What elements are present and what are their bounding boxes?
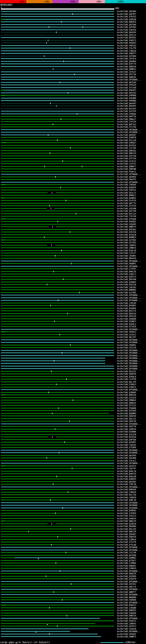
hit-label[interactable]: UniRef100_Q9G774 [117,586,136,588]
alignment-row[interactable]: UniRef100_C4R020 [0,496,146,499]
hit-bar-segment[interactable] [1,329,114,330]
hit-label[interactable]: UniRef100_Q1QK58 [117,136,136,139]
alignment-row[interactable]: UniRef100_UPI0000... [0,423,146,425]
alignment-row[interactable]: UniRef100_B2B0T8 [0,186,146,189]
alignment-row[interactable]: UniRef100_UPI0000... [0,365,146,368]
hit-bar-segment[interactable] [1,384,114,385]
alignment-row[interactable]: UniRef100_C6T9C4 [0,57,146,60]
hit-bar-segment[interactable] [1,90,5,90]
hit-label[interactable]: UniRef100_B9SVD1 [117,36,136,39]
alignment-row[interactable]: UniRef100_B5H4X5 [0,105,146,107]
hit-label[interactable]: UniRef100_B2ZH18 [117,436,136,438]
alignment-row[interactable]: UniRef100_B4FF26 [0,115,146,118]
hit-label[interactable]: UniRef100_Q9C901 [117,228,136,231]
alignment-row[interactable]: UniRef100_UPI0000... [0,294,146,296]
hit-bar-segment[interactable] [1,368,114,369]
alignment-row[interactable]: UniRef100_B6H444 [0,257,146,260]
hit-bar-segment[interactable] [1,11,114,12]
hit-bar-segment[interactable] [1,190,114,190]
alignment-row[interactable]: UniRef100_UPI0000... [0,181,146,184]
hit-bar-segment[interactable] [1,592,114,592]
hit-bar-segment[interactable] [5,219,114,219]
alignment-row[interactable]: UniRef100_A9TZB3 [0,26,146,28]
alignment-row[interactable]: UniRef100_P27659 [0,325,146,328]
alignment-row[interactable]: UniRef100_C0NDC6 [0,246,146,249]
alignment-row[interactable]: UniRef100_B6BNE3 [0,236,146,239]
hit-label[interactable]: UniRef100_A9SDV3 [117,42,136,44]
hit-bar-segment[interactable] [1,206,114,206]
hit-label[interactable]: UniRef100_C6T9C4 [117,58,136,60]
hit-label[interactable]: UniRef100_UPI0000... [117,368,141,370]
alignment-row[interactable]: UniRef100_P39872 [0,386,146,388]
alignment-row[interactable]: UniRef100_B3RM16 [0,509,146,512]
alignment-row[interactable]: UniRef100_C1FJV6 [0,147,146,150]
hit-label[interactable]: UniRef100_B5DGJ6 [117,312,136,315]
hit-label[interactable]: UniRef100_Q56QL0 [117,376,136,378]
alignment-row[interactable]: UniRef100_Q91XJ6 [0,315,146,318]
hit-bar-segment[interactable] [1,558,14,558]
hit-bar-segment[interactable] [1,32,114,33]
hit-label[interactable]: UniRef100_B9N769 [117,66,136,68]
hit-label[interactable]: UniRef100_A9ZT76 [117,425,136,428]
hit-label[interactable]: UniRef100_Q9WLE7 [117,118,136,120]
alignment-row[interactable]: UniRef100_Q55DR9 [0,575,146,578]
hit-label[interactable]: UniRef100_C0SKS3 [117,331,136,333]
alignment-row[interactable]: UniRef100_Q75744 [0,157,146,160]
hit-label[interactable]: UniRef100_UPI0000... [117,617,141,620]
alignment-row[interactable]: UniRef100_Q35Z10 [0,231,146,234]
alignment-row[interactable]: UniRef100_P14126 [0,199,146,202]
hit-label[interactable]: UniRef100_B4KDH1 [117,565,136,567]
hit-bar-segment[interactable] [1,198,5,198]
hit-label[interactable]: UniRef100_Q4G3W6 [117,457,136,459]
hit-label[interactable]: UniRef100_UPI0000... [117,388,141,391]
hit-bar-segment[interactable] [1,326,114,327]
alignment-row[interactable]: UniRef100_A9SDV3 [0,42,146,44]
alignment-row[interactable]: UniRef100_Q9SBK8 [0,60,146,63]
hit-bar-segment[interactable] [1,626,114,626]
hit-label[interactable]: UniRef100_Q75748 [117,155,136,157]
hit-bar-segment[interactable] [1,450,114,450]
hit-label[interactable]: UniRef100_Q6YM59 [117,176,136,178]
alignment-row[interactable]: UniRef100_B3NZH5 [0,478,146,480]
alignment-row[interactable]: UniRef100_Q6FTJ2 [0,202,146,205]
hit-label[interactable]: UniRef100_UPI0000... [117,549,141,551]
hit-label[interactable]: UniRef100_C1FJV6 [117,147,136,149]
alignment-row[interactable]: UniRef100_Q56QL0 [0,375,146,378]
hit-bar-segment[interactable] [1,290,114,290]
alignment-row[interactable]: UniRef100_Q3UB67 [0,320,146,323]
alignment-row[interactable]: UniRef100_B2Y124 [0,212,146,215]
hit-bar-segment[interactable] [1,261,114,261]
hit-label[interactable]: UniRef100_P36556 [117,29,136,31]
alignment-row[interactable]: UniRef100_B6KEV6 [0,394,146,396]
alignment-row[interactable]: UniRef100_C5M0Y0 [0,491,146,494]
hit-label[interactable]: UniRef100_Q23SC3 [117,625,136,627]
hit-label[interactable]: UniRef100_UPI0000... [117,594,141,596]
hit-label[interactable]: UniRef100_UPI0000... [117,349,141,352]
hit-label[interactable]: UniRef100_UPI0000... [117,128,141,131]
alignment-row[interactable]: UniRef100_A9PCQ3 [0,44,146,47]
alignment-row[interactable]: UniRef100_A4FBM9 [0,97,146,100]
hit-bar-segment[interactable] [1,600,114,600]
hit-bar-segment[interactable] [1,106,114,106]
hit-bar-segment[interactable] [1,615,114,616]
alignment-row[interactable]: UniRef100_Q28HW5 [0,391,146,394]
alignment-row[interactable]: UniRef100_A8Q9R1 [0,262,146,265]
hit-bar-segment[interactable] [1,58,114,59]
hit-bar-segment[interactable] [1,568,114,568]
hit-bar-segment[interactable] [1,64,114,64]
alignment-row[interactable]: UniRef100_C5GQ10 [0,628,146,630]
hit-label[interactable]: UniRef100_B7FF74 [117,63,136,65]
alignment-row[interactable]: UniRef100_Q8NFF4 [0,226,146,228]
alignment-row[interactable]: UniRef100_B6K0C8 [0,20,146,23]
alignment-row[interactable]: UniRef100_UPI0000... [0,349,146,352]
hit-label[interactable]: UniRef100_A5BAZ0 [117,18,136,20]
hit-bar-segment[interactable] [6,332,114,332]
hit-label[interactable]: UniRef100_Q680M5 [117,412,136,415]
hit-label[interactable]: UniRef100_P39023 [117,383,136,386]
hit-bar-segment[interactable] [1,282,114,282]
alignment-row[interactable]: UniRef100_Q3U9L3 [0,323,146,326]
alignment-row[interactable]: UniRef100_Q1QK58 [0,136,146,139]
alignment-row[interactable]: UniRef100_Q56F10 [0,420,146,423]
hit-bar-segment[interactable] [1,195,114,196]
alignment-row[interactable]: UniRef100_B4PL18 [0,470,146,473]
